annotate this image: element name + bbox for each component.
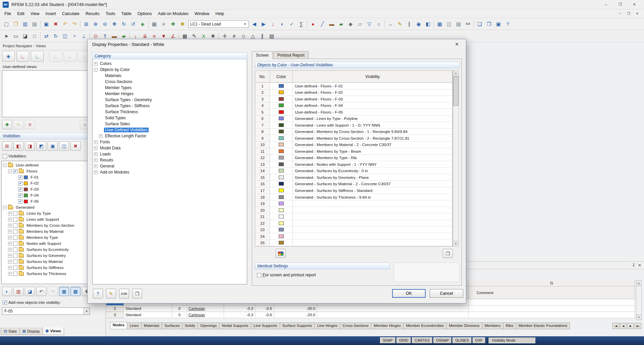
expand-icon[interactable]: + [8,212,12,215]
column-header-cell[interactable]: Comment [469,286,635,299]
color-swatch[interactable] [279,90,284,94]
table-row[interactable]: 2Standard0Cartesian-0.3-0.6-30.0 [106,305,635,312]
color-table-row[interactable]: 18Generated - Surfaces by Thickness - 9.… [255,194,452,201]
view-isometric[interactable]: ◈ [2,51,15,62]
table-cell[interactable]: Cartesian [187,305,224,312]
help[interactable]: ? [503,19,513,29]
scroll-down-icon[interactable]: ▼ [636,315,641,320]
first-table[interactable]: |◀ [612,323,619,329]
new-model[interactable]: ▢ [2,19,11,29]
visibility-modes[interactable]: ◫ [59,141,69,151]
show-results[interactable]: ◐ [278,19,287,29]
color-swatch[interactable] [279,84,284,88]
full-screen[interactable]: ▣ [494,19,503,29]
mirror-objects[interactable]: ◫ [60,31,70,41]
units-decimal-places[interactable]: 0.00 [119,289,129,298]
color-table-row[interactable]: 5User-defined - Floors - F-05 [255,109,452,116]
apply-to-all-button[interactable]: ❐ [443,249,453,258]
visibility-by-selection[interactable]: ◧ [13,141,23,151]
snap-toggle[interactable]: SNAP [380,337,395,343]
osnap-toggle[interactable]: OSNAP [433,337,452,343]
previous-visibility[interactable]: ↶ [36,287,46,296]
menu-file[interactable]: File [1,10,14,17]
show-rest-gray[interactable]: ▩ [70,287,80,296]
color-swatch[interactable] [279,241,284,245]
new-user-view[interactable]: ✚ [2,120,12,129]
color-table-row[interactable]: 24 [255,233,452,240]
menu-add-on-modules[interactable]: Add-on Modules [155,10,192,17]
checkbox[interactable] [13,223,17,228]
hide-by-window[interactable]: ▥ [13,287,23,296]
menu-view[interactable]: View [28,10,43,17]
tab-display[interactable]: ▦Display [19,328,43,335]
color-table-row[interactable]: 16Generated - Surfaces by Material - 2 -… [255,181,452,188]
tree-item-results[interactable]: +Results [93,157,247,163]
visibility-tool[interactable]: ◉ [414,19,423,29]
table-cell[interactable]: -20.0 [274,312,317,318]
tree-item-fonts[interactable]: +Fonts [93,139,247,145]
color-table-row[interactable]: 7Generated - Lines with Support - 1 - G;… [255,122,452,129]
scroll-down-icon[interactable]: ▼ [453,241,459,246]
grid-toggle[interactable]: GRID [396,337,411,343]
color-swatch[interactable] [279,123,284,127]
column-letter-cell[interactable]: G [469,280,635,286]
table-cell[interactable]: Standard [124,305,172,312]
tree-item-solid-types[interactable]: Solid Types [93,115,247,121]
dialog-title-bar[interactable]: Display Properties - Standard - White ✕ [88,39,466,49]
scroll-up-icon[interactable]: ▲ [453,71,459,76]
isolate-selection[interactable]: ◪ [25,287,35,296]
tables-onoff[interactable]: ▦ [435,19,444,29]
last-table[interactable]: ▶| [635,323,641,329]
tree-item-surface-thickness[interactable]: Surface Thickness [93,109,247,115]
checkbox[interactable] [13,260,17,264]
color-swatch[interactable] [279,143,284,146]
expand-icon[interactable]: + [99,134,103,138]
undo[interactable]: ↶ [60,19,70,29]
table-tab-surface-supports[interactable]: Surface Supports [280,323,315,329]
pan-view[interactable]: ✥ [110,19,119,29]
table-cell[interactable]: -0.3 [224,305,255,312]
color-table-row[interactable]: 13Generated - Nodes with Support - 1 - Y… [255,161,452,168]
member-hinge[interactable]: ○ [374,19,383,29]
printout-report[interactable]: ▤ [454,19,463,29]
collapse-icon[interactable]: − [8,169,12,173]
color-swatch[interactable] [279,176,284,179]
expand-icon[interactable]: + [8,266,12,270]
new-line[interactable]: ╱ [318,19,327,29]
color-swatch[interactable] [279,136,284,140]
checkbox[interactable] [13,248,17,252]
load-case-selector[interactable]: LC1 - Dead Load ▼ [188,20,249,28]
previous-view[interactable]: ↺ [128,19,138,29]
manage-configurations[interactable]: ❐ [132,289,142,298]
expand-icon[interactable]: + [8,272,12,276]
load-case-icon[interactable]: ✱ [178,19,187,29]
color-table-row[interactable]: 9Generated - Members by Cross-Section - … [255,135,452,142]
table-tab-nodes[interactable]: Nodes [110,322,127,329]
tree-item-objects-by-color[interactable]: −Objects by Color [93,67,247,73]
table-tab-nodal-supports[interactable]: Nodal Supports [219,323,251,329]
color-swatch[interactable] [279,195,284,199]
units-settings[interactable]: 0.0 [463,19,473,29]
table-tab-line-hinges[interactable]: Line Hinges [314,323,340,329]
collapse-icon[interactable]: − [3,163,7,167]
new-surface[interactable]: ▰ [336,19,346,29]
add-objects-checkbox[interactable]: ✓ [3,300,7,305]
checkbox[interactable] [13,211,17,216]
regenerate-model[interactable]: ≡ [159,19,168,29]
checkbox[interactable] [13,235,17,240]
color-table-row[interactable]: 2User-defined - Floors - F-02 [255,89,452,96]
table-cell[interactable]: -30.0 [274,305,317,312]
color-table-row[interactable]: 17Generated - Surfaces by Stiffness - St… [255,187,452,194]
menu-tools[interactable]: Tools [103,10,118,17]
expand-icon[interactable]: + [94,164,98,168]
tree-item-materials[interactable]: Materials [93,73,247,79]
user-defined-views-list[interactable] [2,70,90,117]
save-model[interactable]: ▥ [20,19,30,29]
table-cell[interactable]: 0 [172,312,187,318]
close-panel[interactable]: ✕ [638,263,641,268]
tree-item-member-types[interactable]: Member Types [93,85,247,91]
calculate-all[interactable]: ∑ [297,19,306,29]
maximize-button[interactable]: ❐ [613,0,627,9]
expand-icon[interactable]: + [94,152,98,156]
view-in-y[interactable]: ∟ [31,51,44,62]
